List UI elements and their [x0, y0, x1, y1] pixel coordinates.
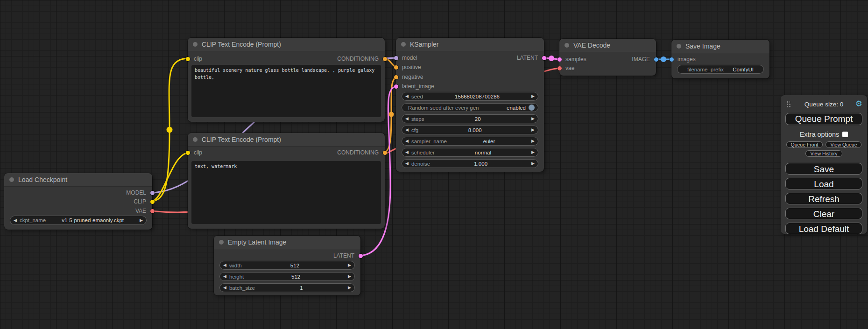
image-port-icon[interactable]: [654, 57, 658, 62]
next-value-arrow-icon[interactable]: [531, 150, 535, 154]
next-value-arrow-icon[interactable]: [348, 263, 351, 267]
widget-random-seed-toggle[interactable]: Random seed after every gen enabled: [402, 103, 538, 112]
widget-denoise[interactable]: denoise 1.000: [402, 159, 538, 168]
node-title-bar[interactable]: Empty Latent Image: [214, 236, 360, 249]
prev-value-arrow-icon[interactable]: [223, 263, 226, 267]
node-clip-text-encode-positive[interactable]: CLIP Text Encode (Prompt) clip CONDITION…: [188, 38, 385, 122]
output-label: LATENT: [333, 252, 354, 259]
next-value-arrow-icon[interactable]: [531, 117, 535, 121]
collapse-dot-icon[interactable]: [677, 44, 681, 49]
node-title-bar[interactable]: CLIP Text Encode (Prompt): [188, 38, 385, 51]
output-model[interactable]: MODEL: [4, 189, 152, 196]
clip-port-icon[interactable]: [150, 200, 155, 204]
view-queue-button[interactable]: View Queue: [826, 141, 861, 148]
node-title-bar[interactable]: CLIP Text Encode (Prompt): [188, 133, 385, 147]
drag-handle-icon[interactable]: [786, 101, 791, 108]
widget-batch-size[interactable]: batch_size 1: [219, 283, 355, 292]
collapse-dot-icon[interactable]: [193, 42, 198, 47]
prev-value-arrow-icon[interactable]: [405, 139, 409, 143]
output-conditioning[interactable]: CONDITIONING: [188, 149, 385, 156]
refresh-button[interactable]: Refresh: [785, 193, 862, 204]
collapse-dot-icon[interactable]: [9, 177, 14, 182]
widget-height[interactable]: height 512: [219, 272, 355, 281]
output-image[interactable]: IMAGE: [559, 56, 656, 63]
output-conditioning[interactable]: CONDITIONING: [188, 55, 385, 63]
next-value-arrow-icon[interactable]: [531, 161, 535, 166]
load-button[interactable]: Load: [785, 178, 862, 189]
input-negative[interactable]: negative: [396, 73, 544, 81]
vae-port-icon[interactable]: [150, 209, 155, 213]
collapse-dot-icon[interactable]: [193, 137, 198, 142]
output-vae[interactable]: VAE: [4, 207, 152, 215]
collapse-dot-icon[interactable]: [219, 240, 224, 245]
output-latent[interactable]: LATENT: [214, 252, 360, 259]
model-port-icon[interactable]: [150, 191, 155, 195]
node-clip-text-encode-negative[interactable]: CLIP Text Encode (Prompt) clip CONDITION…: [188, 133, 385, 229]
prev-value-arrow-icon[interactable]: [14, 218, 17, 223]
prev-value-arrow-icon[interactable]: [405, 117, 409, 121]
collapse-dot-icon[interactable]: [401, 42, 406, 47]
link-dot-images[interactable]: [661, 56, 666, 62]
link-dot-samples[interactable]: [549, 56, 554, 61]
input-vae[interactable]: vae: [559, 64, 656, 72]
node-title-bar[interactable]: Load Checkpoint: [4, 173, 152, 187]
output-latent[interactable]: LATENT: [396, 54, 544, 62]
settings-gear-icon[interactable]: ⚙: [855, 99, 862, 109]
vae-port-icon[interactable]: [557, 66, 562, 70]
latent-port-icon[interactable]: [542, 56, 546, 60]
input-label: images: [677, 56, 696, 63]
conditioning-port-icon[interactable]: [394, 65, 398, 70]
prev-value-arrow-icon[interactable]: [405, 150, 409, 154]
queue-front-button[interactable]: Queue Front: [786, 141, 823, 148]
prev-value-arrow-icon[interactable]: [405, 94, 409, 98]
conditioning-port-icon[interactable]: [394, 75, 398, 79]
queue-prompt-button[interactable]: Queue Prompt: [785, 113, 862, 125]
save-button[interactable]: Save: [785, 163, 862, 175]
widget-seed[interactable]: seed 156680208700286: [402, 92, 538, 101]
widget-scheduler[interactable]: scheduler normal: [402, 148, 538, 157]
widget-filename-prefix[interactable]: filename_prefix ComfyUI: [677, 65, 764, 74]
node-vae-decode[interactable]: VAE Decode samples vae IMAGE: [559, 39, 656, 76]
link-dot-negative[interactable]: [389, 112, 394, 117]
image-port-icon[interactable]: [670, 57, 674, 62]
node-load-checkpoint[interactable]: Load Checkpoint MODEL CLIP VAE ckpt_name…: [4, 173, 152, 230]
node-ksampler[interactable]: KSampler model positive negative latent_…: [396, 38, 544, 172]
prev-value-arrow-icon[interactable]: [223, 274, 226, 279]
prompt-textarea[interactable]: beautiful scenery nature glass bottle la…: [191, 65, 381, 117]
latent-port-icon[interactable]: [394, 84, 398, 89]
link-dot-clip[interactable]: [167, 127, 173, 133]
next-value-arrow-icon[interactable]: [140, 218, 143, 223]
conditioning-port-icon[interactable]: [383, 57, 387, 61]
prev-value-arrow-icon[interactable]: [405, 128, 409, 132]
prev-value-arrow-icon[interactable]: [405, 161, 409, 166]
next-value-arrow-icon[interactable]: [531, 128, 535, 132]
widget-steps[interactable]: steps 20: [402, 114, 538, 123]
clear-button[interactable]: Clear: [785, 208, 862, 219]
node-save-image[interactable]: Save Image images filename_prefix ComfyU…: [671, 40, 769, 78]
node-title-bar[interactable]: KSampler: [396, 38, 544, 51]
widget-cfg[interactable]: cfg 8.000: [402, 126, 538, 134]
node-title-bar[interactable]: VAE Decode: [559, 39, 656, 52]
input-images[interactable]: images: [671, 56, 769, 63]
next-value-arrow-icon[interactable]: [531, 94, 535, 98]
load-default-button[interactable]: Load Default: [785, 223, 862, 234]
node-empty-latent-image[interactable]: Empty Latent Image LATENT width 512 heig…: [214, 236, 360, 295]
prev-value-arrow-icon[interactable]: [223, 286, 226, 290]
extra-options-checkbox[interactable]: [842, 132, 848, 137]
widget-ckpt-name[interactable]: ckpt_name v1-5-pruned-emaonly.ckpt: [10, 216, 147, 225]
collapse-dot-icon[interactable]: [565, 43, 569, 48]
next-value-arrow-icon[interactable]: [348, 286, 351, 290]
prompt-textarea[interactable]: text, watermark: [191, 161, 381, 224]
conditioning-port-icon[interactable]: [383, 151, 387, 155]
toggle-enabled-icon[interactable]: [529, 105, 535, 111]
input-latent-image[interactable]: latent_image: [396, 83, 544, 90]
node-title-bar[interactable]: Save Image: [671, 40, 769, 53]
latent-port-icon[interactable]: [359, 254, 363, 258]
next-value-arrow-icon[interactable]: [531, 139, 535, 143]
view-history-button[interactable]: View History: [805, 150, 842, 157]
widget-sampler-name[interactable]: sampler_name euler: [402, 137, 538, 146]
output-clip[interactable]: CLIP: [4, 198, 152, 205]
input-positive[interactable]: positive: [396, 63, 544, 71]
widget-width[interactable]: width 512: [219, 261, 355, 270]
next-value-arrow-icon[interactable]: [348, 274, 351, 279]
